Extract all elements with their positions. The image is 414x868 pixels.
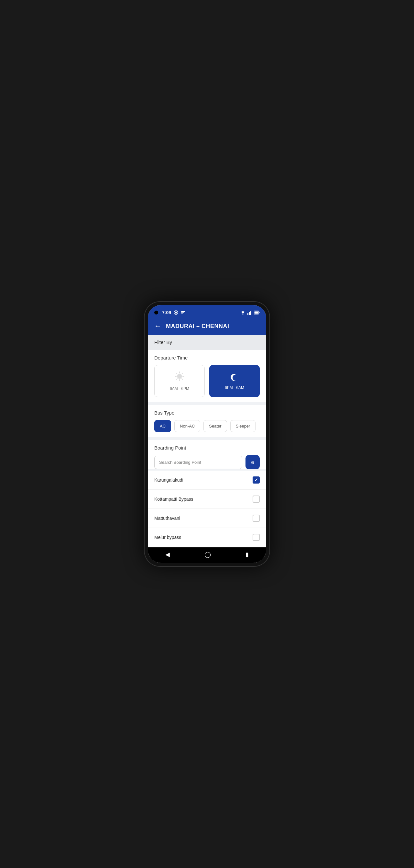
status-left: 7:09 [154, 310, 185, 315]
departure-time-title: Departure Time [154, 355, 260, 361]
boarding-item-mattuthavani[interactable]: Mattuthavani [148, 509, 266, 528]
svg-line-21 [176, 379, 177, 380]
boarding-point-section: Boarding Point 6 [148, 440, 266, 469]
bus-type-seater[interactable]: Seater [203, 420, 227, 432]
boarding-checkbox-kottampatti[interactable] [252, 496, 260, 503]
status-bar: 7:09 [148, 305, 266, 319]
nav-bar: ◀ ◯ ▮ [148, 547, 266, 563]
svg-point-1 [175, 312, 177, 313]
boarding-list: Karungalakudi Kottampatti Bypass Mattuth… [148, 471, 266, 547]
bus-type-nonac[interactable]: Non-AC [174, 420, 200, 432]
boarding-checkbox-mattuthavani[interactable] [252, 515, 260, 522]
svg-rect-7 [249, 312, 250, 315]
boarding-item-melur[interactable]: Melur bypass [148, 528, 266, 547]
main-content: Filter By Departure Time [148, 335, 266, 547]
status-icons [240, 310, 260, 315]
app-header: ← MADURAI – CHENNAI [148, 319, 266, 335]
filter-by-header: Filter By [148, 335, 266, 350]
wifi-icon [240, 310, 245, 315]
boarding-item-name: Melur bypass [154, 535, 181, 540]
svg-point-13 [177, 374, 182, 379]
sun-icon [174, 371, 185, 384]
svg-point-5 [243, 314, 244, 315]
svg-rect-2 [181, 311, 185, 312]
bus-type-section: Bus Type AC Non-AC Seater Sleeper [148, 405, 266, 437]
svg-line-20 [182, 373, 183, 374]
phone-inner: 7:09 ← MADURAI – CHENNAI Filter By De [148, 305, 266, 563]
svg-rect-11 [254, 312, 258, 314]
boarding-search-row: 6 [154, 455, 260, 469]
back-button[interactable]: ← [154, 322, 162, 330]
bus-type-sleeper[interactable]: Sleeper [230, 420, 256, 432]
svg-rect-6 [247, 313, 248, 315]
svg-rect-9 [252, 310, 252, 315]
time-card-night[interactable]: 6PM - 6AM [209, 365, 260, 397]
svg-line-19 [182, 379, 183, 380]
time-card-day[interactable]: 6AM - 6PM [154, 365, 205, 397]
svg-line-18 [176, 373, 177, 374]
svg-rect-3 [181, 313, 184, 313]
departure-time-section: Departure Time [148, 350, 266, 402]
phone-shell: 7:09 ← MADURAI – CHENNAI Filter By De [144, 301, 270, 567]
filter-by-label: Filter By [154, 339, 172, 345]
camera-icon [154, 311, 158, 314]
bus-type-title: Bus Type [154, 410, 260, 415]
nav-home-icon[interactable]: ◯ [204, 551, 211, 558]
boarding-item-karungalakudi[interactable]: Karungalakudi [148, 471, 266, 490]
boarding-item-name: Mattuthavani [154, 516, 180, 521]
page-title: MADURAI – CHENNAI [166, 323, 229, 330]
signal-icon [247, 310, 252, 315]
circle-icon [174, 310, 178, 315]
menu-icon [181, 310, 185, 315]
svg-rect-4 [181, 313, 183, 314]
boarding-item-name: Karungalakudi [154, 477, 183, 483]
svg-rect-8 [250, 311, 251, 315]
boarding-item-kottampatti[interactable]: Kottampatti Bypass [148, 490, 266, 509]
battery-icon [254, 311, 260, 314]
svg-rect-12 [259, 312, 260, 313]
status-time: 7:09 [162, 310, 171, 315]
bus-type-buttons: AC Non-AC Seater Sleeper [154, 420, 260, 432]
boarding-checkbox-karungalakudi[interactable] [252, 476, 260, 484]
time-night-label: 6PM - 6AM [225, 385, 244, 390]
time-day-label: 6AM - 6PM [170, 386, 189, 391]
bus-type-ac[interactable]: AC [154, 420, 171, 432]
boarding-checkbox-melur[interactable] [252, 534, 260, 541]
time-cards-container: 6AM - 6PM 6PM - 6AM [154, 365, 260, 397]
moon-icon [229, 372, 240, 383]
boarding-point-title: Boarding Point [154, 445, 260, 451]
nav-back-icon[interactable]: ◀ [165, 551, 170, 558]
boarding-search-input[interactable] [154, 456, 242, 469]
nav-recent-icon[interactable]: ▮ [245, 551, 249, 558]
boarding-count-badge: 6 [245, 455, 260, 469]
boarding-item-name: Kottampatti Bypass [154, 497, 194, 502]
